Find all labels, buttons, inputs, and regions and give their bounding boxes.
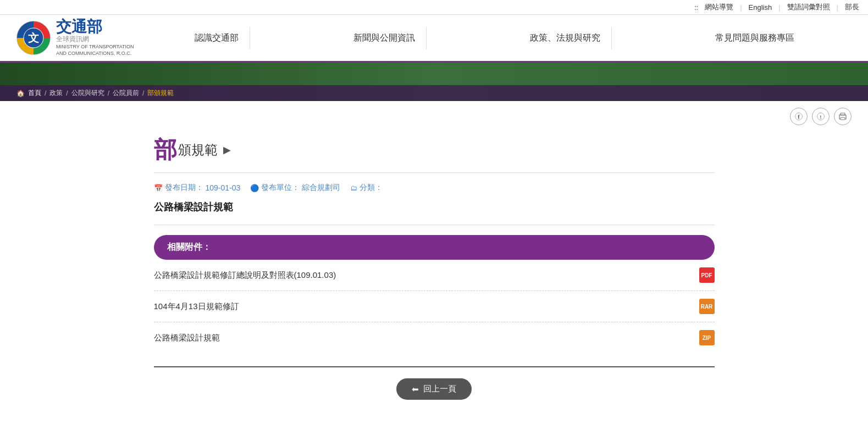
- title-divider: [154, 172, 715, 173]
- zip-icon-2: ZIP: [699, 330, 715, 345]
- page-title-rest: 頒規範: [178, 141, 218, 159]
- breadcrumb-home-icon: 🏠: [16, 90, 25, 97]
- article-title: 公路橋梁設計規範: [154, 200, 715, 214]
- minister-link[interactable]: 部長: [845, 2, 859, 12]
- article-divider: [154, 225, 715, 225]
- nav-item-news[interactable]: 新聞與公開資訊: [342, 27, 427, 49]
- meta-info: 📅 發布日期： 109-01-03 🔵 發布單位： 綜合規劃司 🗂 分類：: [154, 183, 715, 193]
- english-link[interactable]: English: [749, 3, 772, 12]
- bilingual-link[interactable]: 雙語詞彙對照: [787, 2, 830, 12]
- page-title-row: 部 頒規範 ▶: [154, 138, 715, 161]
- logo-sub-zh: 全球資訊網: [56, 35, 134, 44]
- twitter-icon[interactable]: t: [812, 108, 830, 125]
- site-map-link[interactable]: 網站導覽: [705, 2, 733, 12]
- nav-item-faq[interactable]: 常見問題與服務專區: [704, 27, 805, 49]
- back-btn-row: ⬅ 回上一頁: [154, 378, 715, 400]
- svg-text:t: t: [820, 114, 822, 120]
- attachment-name-2: 公路橋梁設計規範: [154, 333, 693, 343]
- main-nav: 認識交通部 新聞與公開資訊 政策、法規與研究 常見問題與服務專區: [137, 27, 852, 49]
- logo-text: 交通部 全球資訊網 MINISTRY OF TRANSPORTATIONAND …: [56, 19, 134, 57]
- breadcrumb-item2[interactable]: 公院與研究: [71, 88, 104, 98]
- breadcrumb-home[interactable]: 首頁: [28, 88, 41, 98]
- attachment-item-2[interactable]: 公路橋梁設計規範 ZIP: [154, 322, 715, 353]
- page-title-big: 部: [154, 138, 177, 161]
- pdf-icon-0: PDF: [699, 267, 715, 283]
- attachments-header: 相關附件：: [154, 235, 715, 260]
- hero-banner: 🏠 首頁 / 政策 / 公院與研究 / 公院員前 / 部頒規範: [0, 63, 868, 101]
- facebook-icon[interactable]: f: [790, 108, 808, 125]
- social-row: f t: [0, 101, 868, 127]
- nav-item-about[interactable]: 認識交通部: [184, 27, 250, 49]
- meta-category: 🗂 分類：: [350, 183, 385, 193]
- rar-icon-1: RAR: [699, 299, 715, 314]
- breadcrumb-current: 部頒規範: [147, 88, 174, 98]
- grid-icon: ::: [694, 3, 698, 12]
- logo-main-title: 交通部: [56, 19, 134, 35]
- attachment-item-1[interactable]: 104年4月13日規範修訂 RAR: [154, 291, 715, 322]
- breadcrumb-item3[interactable]: 公院員前: [113, 88, 139, 98]
- svg-text:f: f: [798, 114, 800, 120]
- back-button-label: 回上一頁: [423, 384, 456, 394]
- meta-unit: 🔵 發布單位： 綜合規劃司: [250, 183, 340, 193]
- breadcrumb-item1[interactable]: 政策: [49, 88, 63, 98]
- attachment-name-0: 公路橋梁設計規範修訂總說明及對照表(109.01.03): [154, 270, 693, 281]
- logo-sub-en: MINISTRY OF TRANSPORTATIONAND COMMUNICAT…: [56, 44, 134, 57]
- svg-text:文: 文: [28, 32, 39, 44]
- meta-date: 📅 發布日期： 109-01-03: [154, 183, 241, 193]
- top-bar: :: 網站導覽 | English | 雙語詞彙對照 | 部長: [0, 0, 868, 15]
- calendar-icon: 📅: [154, 184, 163, 192]
- nav-item-policy[interactable]: 政策、法規與研究: [519, 27, 612, 49]
- attachment-item-0[interactable]: 公路橋梁設計規範修訂總說明及對照表(109.01.03) PDF: [154, 260, 715, 291]
- tag-icon: 🗂: [350, 184, 357, 192]
- page-title-arrow: ▶: [223, 144, 231, 156]
- building-icon: 🔵: [250, 184, 259, 192]
- meta-unit-value: 綜合規劃司: [302, 183, 340, 193]
- header: 文 交通部 全球資訊網 MINISTRY OF TRANSPORTATIONAN…: [0, 15, 868, 63]
- main-content: 部 頒規範 ▶ 📅 發布日期： 109-01-03 🔵 發布單位： 綜合規劃司 …: [132, 127, 737, 436]
- attachment-name-1: 104年4月13日規範修訂: [154, 301, 693, 312]
- meta-date-value: 109-01-03: [206, 183, 241, 192]
- logo-circle: 文: [16, 21, 51, 55]
- back-arrow-icon: ⬅: [412, 384, 419, 394]
- breadcrumb: 🏠 首頁 / 政策 / 公院與研究 / 公院員前 / 部頒規範: [0, 85, 868, 101]
- logo-area: 文 交通部 全球資訊網 MINISTRY OF TRANSPORTATIONAN…: [16, 19, 137, 57]
- bottom-divider: [154, 366, 715, 367]
- svg-rect-9: [841, 118, 845, 120]
- attachments-list: 公路橋梁設計規範修訂總說明及對照表(109.01.03) PDF 104年4月1…: [154, 260, 715, 353]
- back-button[interactable]: ⬅ 回上一頁: [396, 378, 472, 400]
- print-icon[interactable]: [834, 108, 852, 125]
